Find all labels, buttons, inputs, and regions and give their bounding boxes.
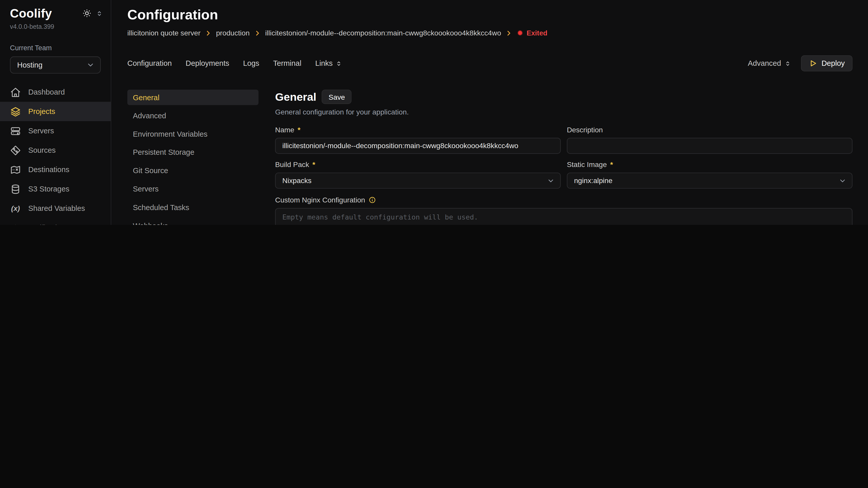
theme-select-chevrons-icon[interactable]	[96, 10, 103, 17]
app-version: v4.0.0-beta.399	[0, 21, 111, 30]
static-image-select[interactable]: nginx:alpine	[567, 173, 853, 189]
braces-x-icon: (x)	[10, 203, 21, 214]
tab-terminal[interactable]: Terminal	[273, 59, 301, 68]
section-heading-general: General	[275, 91, 316, 103]
layers-icon	[10, 106, 21, 117]
breadcrumb-environment[interactable]: production	[216, 29, 250, 37]
required-asterisk: *	[313, 160, 315, 169]
home-icon	[10, 87, 21, 98]
team-select-value: Hosting	[17, 61, 42, 69]
breadcrumb: illicitonion quote server production ill…	[127, 29, 852, 37]
status-badge: Exited	[518, 29, 547, 37]
submenu-item-webhooks[interactable]: Webhooks	[127, 218, 258, 225]
chevrons-up-down-icon	[336, 60, 342, 67]
current-team-label: Current Team	[0, 30, 111, 52]
submenu-item-scheduled-tasks[interactable]: Scheduled Tasks	[127, 200, 258, 216]
name-input[interactable]	[275, 138, 561, 154]
tab-deployments[interactable]: Deployments	[186, 59, 229, 68]
advanced-selector[interactable]: Advanced	[748, 59, 791, 68]
map-icon	[10, 164, 21, 175]
theme-toggle-sun-icon[interactable]	[83, 9, 91, 18]
submenu-item-advanced[interactable]: Advanced	[127, 108, 258, 123]
sidebar-item-label: S3 Storages	[28, 185, 69, 193]
sidebar-item-label: Dashboard	[28, 88, 65, 96]
sidebar-item-shared-variables[interactable]: (x) Shared Variables	[0, 199, 111, 218]
sidebar-nav: Dashboard Projects Servers Sources Desti…	[0, 83, 111, 225]
sidebar-item-dashboard[interactable]: Dashboard	[0, 83, 111, 102]
name-label: Name	[275, 126, 294, 134]
page-title: Configuration	[127, 7, 852, 23]
submenu-item-environment-variables[interactable]: Environment Variables	[127, 126, 258, 142]
chevron-right-icon	[254, 30, 261, 36]
sidebar-item-notifications[interactable]: Notifications	[0, 218, 111, 225]
sidebar-item-label: Destinations	[28, 165, 69, 174]
main-content: Configuration illicitonion quote server …	[111, 0, 868, 225]
breadcrumb-application[interactable]: illicitestonion/-module--decomposition:m…	[265, 29, 501, 37]
deploy-button[interactable]: Deploy	[801, 55, 852, 71]
tab-logs[interactable]: Logs	[243, 59, 259, 68]
sidebar-item-label: Notifications	[28, 224, 69, 225]
custom-nginx-textarea[interactable]	[275, 208, 852, 225]
build-pack-value: Nixpacks	[282, 176, 312, 185]
sidebar: Coolify v4.0.0-beta.399 Current Team Hos…	[0, 0, 111, 225]
app-logo: Coolify	[10, 7, 52, 21]
git-source-icon	[10, 144, 21, 156]
required-asterisk: *	[298, 126, 301, 134]
build-pack-label: Build Pack	[275, 160, 309, 169]
tab-configuration[interactable]: Configuration	[127, 59, 172, 68]
bell-icon	[10, 222, 21, 225]
chevron-right-icon	[205, 30, 212, 36]
tabs-row: Configuration Deployments Logs Terminal …	[127, 55, 852, 71]
sidebar-item-label: Sources	[28, 146, 56, 155]
chevrons-up-down-icon	[784, 60, 791, 67]
sidebar-item-servers[interactable]: Servers	[0, 121, 111, 140]
status-text: Exited	[527, 29, 547, 37]
sidebar-item-s3-storages[interactable]: S3 Storages	[0, 179, 111, 199]
submenu-item-general[interactable]: General	[127, 90, 258, 105]
sidebar-item-label: Servers	[28, 127, 54, 135]
tab-links[interactable]: Links	[315, 59, 342, 68]
static-image-value: nginx:alpine	[574, 176, 613, 185]
chevron-down-icon	[547, 177, 555, 184]
chevron-down-icon	[86, 61, 95, 69]
required-asterisk: *	[610, 160, 613, 169]
server-icon	[10, 125, 21, 136]
description-label: Description	[567, 126, 603, 134]
config-submenu: General Advanced Environment Variables P…	[127, 90, 258, 225]
submenu-item-git-source[interactable]: Git Source	[127, 163, 258, 179]
info-icon[interactable]	[368, 196, 376, 203]
custom-nginx-label: Custom Nginx Configuration	[275, 196, 365, 204]
sidebar-item-label: Shared Variables	[28, 204, 85, 213]
save-button[interactable]: Save	[322, 90, 351, 104]
description-input[interactable]	[567, 138, 853, 154]
team-select[interactable]: Hosting	[10, 56, 101, 73]
chevron-right-icon	[505, 30, 512, 36]
play-icon	[809, 59, 817, 68]
status-dot-icon	[518, 30, 523, 35]
general-form: General Save General configuration for y…	[275, 90, 852, 225]
static-image-label: Static Image	[567, 160, 607, 169]
sidebar-item-sources[interactable]: Sources	[0, 140, 111, 160]
submenu-item-servers[interactable]: Servers	[127, 182, 258, 197]
section-subtitle: General configuration for your applicati…	[275, 108, 852, 116]
sidebar-item-projects[interactable]: Projects	[0, 102, 111, 121]
build-pack-select[interactable]: Nixpacks	[275, 173, 561, 189]
app-window: Coolify v4.0.0-beta.399 Current Team Hos…	[0, 0, 868, 225]
sidebar-item-label: Projects	[28, 107, 55, 116]
chevron-down-icon	[839, 177, 846, 184]
breadcrumb-project[interactable]: illicitonion quote server	[127, 29, 200, 37]
sidebar-item-destinations[interactable]: Destinations	[0, 160, 111, 179]
database-icon	[10, 183, 21, 194]
submenu-item-persistent-storage[interactable]: Persistent Storage	[127, 144, 258, 160]
